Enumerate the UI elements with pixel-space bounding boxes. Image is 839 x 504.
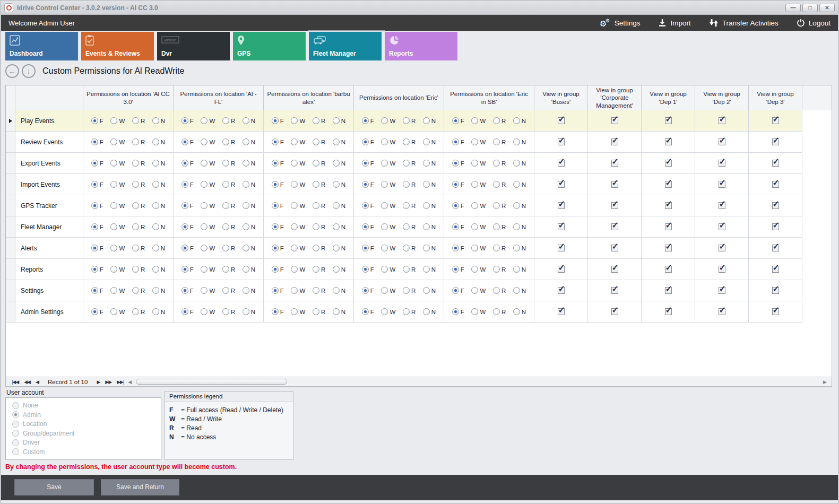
permission-radio-w[interactable]: W (291, 245, 305, 251)
radio-icon[interactable] (181, 138, 188, 145)
permission-radio-f[interactable]: F (181, 181, 194, 188)
radio-icon[interactable] (362, 245, 369, 251)
location-column-header[interactable]: Permissions on location 'barbu alex' (264, 85, 354, 111)
permission-radio-w[interactable]: W (201, 181, 215, 188)
permission-radio-w[interactable]: W (291, 266, 305, 273)
table-row[interactable]: SettingsFWRNFWRNFWRNFWRNFWRN (6, 280, 832, 301)
radio-icon[interactable] (362, 181, 369, 188)
permission-radio-n[interactable]: N (423, 202, 436, 209)
tab-dashboard[interactable]: Dashboard (5, 32, 78, 60)
permission-radio-f[interactable]: F (272, 160, 284, 167)
view-group-checkbox[interactable] (611, 202, 618, 209)
radio-icon[interactable] (403, 117, 410, 124)
permission-radio-n[interactable]: N (243, 287, 255, 294)
radio-icon[interactable] (513, 223, 520, 230)
permission-radio-w[interactable]: W (201, 287, 215, 294)
radio-icon[interactable] (132, 160, 139, 167)
radio-icon[interactable] (452, 245, 459, 251)
permission-radio-w[interactable]: W (291, 138, 305, 145)
permission-radio-n[interactable]: N (423, 138, 436, 145)
permission-radio-f[interactable]: F (181, 160, 194, 167)
radio-icon[interactable] (362, 138, 369, 145)
radio-icon[interactable] (313, 181, 319, 188)
permission-radio-f[interactable]: F (362, 202, 374, 209)
radio-icon[interactable] (110, 308, 117, 315)
tab-fleet-manager[interactable]: Fleet Manager (309, 32, 382, 60)
radio-icon[interactable] (333, 223, 340, 230)
radio-icon[interactable] (222, 308, 229, 315)
radio-icon[interactable] (12, 402, 19, 409)
location-column-header[interactable]: Permissions on location 'Al - FL' (174, 85, 264, 111)
radio-icon[interactable] (403, 245, 410, 251)
group-column-header[interactable]: View in group 'Dep 2' (695, 85, 749, 111)
view-group-checkbox[interactable] (558, 117, 565, 124)
radio-icon[interactable] (513, 160, 520, 167)
permission-radio-f[interactable]: F (362, 160, 374, 167)
view-group-checkbox[interactable] (665, 181, 672, 188)
radio-icon[interactable] (403, 308, 410, 315)
permission-radio-f[interactable]: F (272, 181, 284, 188)
radio-icon[interactable] (132, 223, 139, 230)
radio-icon[interactable] (381, 160, 388, 167)
table-row[interactable]: Export EventsFWRNFWRNFWRNFWRNFWRN (6, 153, 832, 174)
permission-radio-r[interactable]: R (132, 308, 145, 315)
permission-radio-n[interactable]: N (513, 117, 526, 124)
permission-radio-n[interactable]: N (243, 138, 255, 145)
radio-icon[interactable] (12, 430, 19, 437)
radio-icon[interactable] (381, 266, 388, 273)
permission-radio-f[interactable]: F (181, 202, 194, 209)
permission-radio-w[interactable]: W (381, 181, 395, 188)
permission-radio-w[interactable]: W (381, 308, 395, 315)
radio-icon[interactable] (313, 308, 319, 315)
view-group-checkbox[interactable] (772, 138, 779, 145)
radio-icon[interactable] (333, 245, 340, 251)
view-group-checkbox[interactable] (558, 202, 565, 209)
permission-radio-f[interactable]: F (272, 202, 284, 209)
view-group-checkbox[interactable] (611, 160, 618, 167)
view-group-checkbox[interactable] (665, 223, 672, 230)
radio-icon[interactable] (91, 245, 98, 251)
radio-icon[interactable] (110, 181, 117, 188)
prev-page-button[interactable]: ◀◀ (24, 378, 30, 386)
permission-radio-n[interactable]: N (152, 117, 165, 124)
save-button[interactable]: Save (14, 479, 94, 496)
radio-icon[interactable] (152, 117, 159, 124)
radio-icon[interactable] (12, 448, 19, 455)
permission-radio-w[interactable]: W (201, 266, 215, 273)
permission-radio-n[interactable]: N (243, 160, 255, 167)
radio-icon[interactable] (313, 138, 319, 145)
view-group-checkbox[interactable] (611, 181, 618, 188)
radio-icon[interactable] (513, 138, 520, 145)
radio-icon[interactable] (110, 245, 117, 251)
radio-icon[interactable] (291, 181, 298, 188)
radio-icon[interactable] (181, 245, 188, 251)
permission-radio-w[interactable]: W (291, 308, 305, 315)
permission-radio-w[interactable]: W (110, 266, 125, 273)
radio-icon[interactable] (381, 138, 388, 145)
radio-icon[interactable] (152, 266, 159, 273)
radio-icon[interactable] (12, 439, 19, 446)
permission-radio-r[interactable]: R (222, 245, 235, 251)
radio-icon[interactable] (423, 181, 430, 188)
radio-icon[interactable] (91, 160, 98, 167)
permission-radio-n[interactable]: N (243, 117, 255, 124)
permission-radio-r[interactable]: R (493, 202, 506, 209)
radio-icon[interactable] (91, 266, 98, 273)
radio-icon[interactable] (222, 287, 229, 294)
radio-icon[interactable] (243, 223, 249, 230)
radio-icon[interactable] (403, 160, 410, 167)
radio-icon[interactable] (362, 266, 369, 273)
prev-record-button[interactable]: ◀ (36, 378, 39, 386)
permission-radio-f[interactable]: F (272, 138, 284, 145)
radio-icon[interactable] (513, 308, 520, 315)
view-group-checkbox[interactable] (611, 245, 618, 251)
permission-radio-f[interactable]: F (91, 202, 103, 209)
permission-radio-r[interactable]: R (222, 308, 235, 315)
radio-icon[interactable] (291, 245, 298, 251)
radio-icon[interactable] (403, 223, 410, 230)
radio-icon[interactable] (471, 308, 478, 315)
tab-events-reviews[interactable]: Events & Reviews (81, 32, 154, 60)
permission-radio-r[interactable]: R (493, 138, 506, 145)
permission-radio-f[interactable]: F (362, 138, 374, 145)
radio-icon[interactable] (333, 287, 340, 294)
